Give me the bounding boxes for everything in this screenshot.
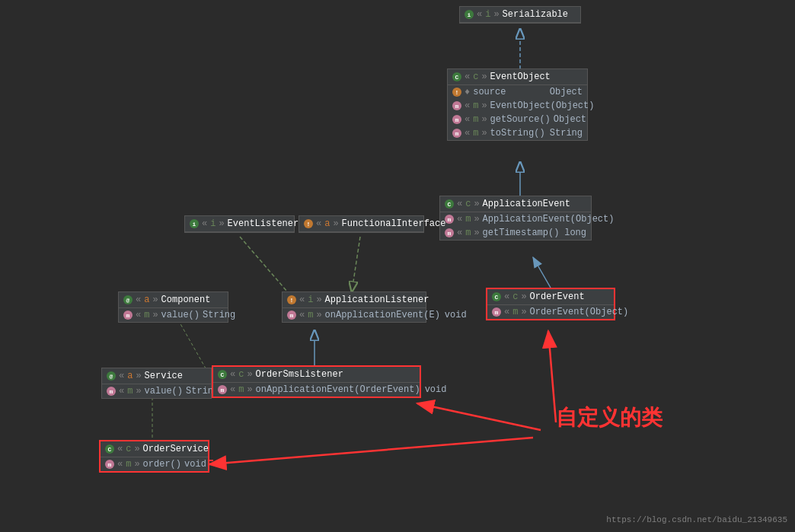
functional-interface-box: ! «a» FunctionalInterface	[299, 215, 424, 233]
order-sms-listener-header: C «c» OrderSmsListener	[213, 367, 420, 383]
event-listener-header: i «i» EventListener	[185, 216, 294, 232]
order-sms-listener-icon: C	[218, 370, 227, 379]
component-header: @ «a» Component	[119, 292, 228, 308]
component-value: m «m» value() String	[119, 308, 228, 322]
order-service-box: C «c» OrderService m «m» order() void	[99, 440, 209, 473]
serializable-header: i «i» Serializable	[460, 7, 580, 23]
application-listener-header: ! «i» ApplicationListener	[283, 292, 426, 308]
application-listener-box: ! «i» ApplicationListener m «m» onApplic…	[282, 291, 426, 323]
order-service-header: C «c» OrderService	[101, 441, 208, 457]
serializable-icon: i	[465, 10, 474, 19]
svg-line-8	[352, 237, 360, 291]
custom-class-annotation: 自定义的类	[556, 403, 662, 432]
svg-line-12	[548, 331, 556, 422]
order-service-method: m «m» order() void	[101, 457, 208, 471]
svg-line-6	[533, 257, 551, 288]
serializable-box: i «i» Serializable	[459, 6, 581, 24]
event-listener-box: i «i» EventListener	[184, 215, 295, 233]
order-event-constructor: m «m» OrderEvent(Object)	[487, 305, 614, 319]
event-object-header: C «c» EventObject	[448, 69, 587, 85]
application-event-constructor: m «m» ApplicationEvent(Object)	[440, 212, 591, 226]
application-listener-icon: !	[287, 295, 296, 304]
watermark: https://blog.csdn.net/baidu_21349635	[606, 515, 787, 524]
service-value: m «m» value() String	[102, 384, 211, 398]
application-event-gettimestamp: m «m» getTimestamp() long	[440, 226, 591, 240]
application-event-icon: C	[445, 199, 454, 209]
svg-line-14	[209, 438, 533, 464]
order-event-header: C «c» OrderEvent	[487, 289, 614, 305]
order-service-icon: C	[105, 444, 114, 454]
event-object-getsource: m «m» getSource() Object	[448, 113, 587, 126]
order-sms-listener-method: m «m» onApplicationEvent(OrderEvent) voi…	[213, 383, 420, 397]
order-sms-listener-box: C «c» OrderSmsListener m «m» onApplicati…	[212, 365, 421, 398]
event-object-icon: C	[452, 72, 461, 81]
order-event-box: C «c» OrderEvent m «m» OrderEvent(Object…	[486, 288, 615, 320]
service-icon: @	[107, 371, 116, 381]
svg-line-13	[417, 403, 541, 430]
order-event-icon: C	[492, 292, 501, 301]
functional-interface-icon: !	[304, 219, 313, 228]
application-listener-method: m «m» onApplicationEvent(E) void	[283, 308, 426, 322]
service-box: @ «a» Service m «m» value() String	[101, 368, 212, 399]
component-icon: @	[123, 295, 132, 304]
event-listener-icon: i	[190, 219, 199, 228]
component-box: @ «a» Component m «m» value() String	[118, 291, 228, 323]
application-event-box: C «c» ApplicationEvent m «m» Application…	[439, 196, 592, 241]
application-event-header: C «c» ApplicationEvent	[440, 196, 591, 212]
event-object-box: C «c» EventObject ! ♦ source Object m «m…	[447, 68, 588, 141]
service-header: @ «a» Service	[102, 368, 211, 384]
event-object-source: ! ♦ source Object	[448, 85, 587, 99]
event-object-tostring: m «m» toString() String	[448, 126, 587, 140]
functional-interface-header: ! «a» FunctionalInterface	[299, 216, 423, 232]
event-object-constructor: m «m» EventObject(Object)	[448, 99, 587, 113]
